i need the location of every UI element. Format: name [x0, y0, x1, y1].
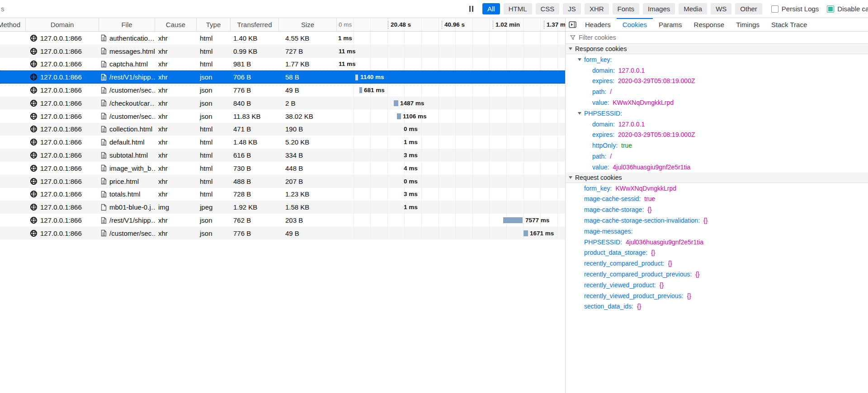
column-header-type[interactable]: Type — [197, 18, 231, 31]
column-header-cause[interactable]: Cause — [155, 18, 197, 31]
column-header-domain[interactable]: Domain — [26, 18, 99, 31]
table-row[interactable]: 127.0.0.1:866 mb01-blue-0.j… img jpeg 1.… — [0, 201, 565, 214]
cookie-value: 127.0.0.1 — [618, 121, 645, 128]
cell-domain: 127.0.0.1:866 — [26, 188, 99, 201]
table-row[interactable]: 127.0.0.1:866 default.html xhr html 1.48… — [0, 136, 565, 149]
cookie-filter-input[interactable] — [579, 34, 868, 41]
cell-type: html — [197, 149, 231, 162]
filter-pill-js[interactable]: JS — [563, 3, 581, 14]
table-row[interactable]: 127.0.0.1:866 image_with_b… xhr html 730… — [0, 162, 565, 175]
request-cookie[interactable]: PHPSESSID:4jul036huasgiu9gnf2e5r1tia — [566, 237, 868, 248]
cell-method — [0, 110, 26, 123]
cookie-property[interactable]: path:/ — [566, 86, 868, 97]
table-row[interactable]: 127.0.0.1:866 /rest/V1/shipp… xhr json 7… — [0, 214, 565, 227]
table-row[interactable]: 127.0.0.1:866 /customer/sec… xhr json 11… — [0, 110, 565, 123]
column-header-transferred[interactable]: Transferred — [231, 18, 279, 31]
request-cookie[interactable]: recently_compared_product:{} — [566, 258, 868, 269]
persist-logs-checkbox[interactable] — [771, 5, 778, 13]
request-cookie[interactable]: recently_viewed_product_previous:{} — [566, 290, 868, 301]
column-header-size[interactable]: Size — [279, 18, 337, 31]
table-row[interactable]: 127.0.0.1:866 totals.html xhr html 728 B… — [0, 188, 565, 201]
cookie-key: value: — [592, 164, 609, 171]
collapse-arrow-icon[interactable] — [569, 47, 572, 50]
cookie-property[interactable]: domain:127.0.0.1 — [566, 65, 868, 76]
persist-logs-toggle[interactable]: Persist Logs — [771, 5, 819, 13]
table-row[interactable]: 127.0.0.1:866 /customer/sec… xhr json 77… — [0, 227, 565, 240]
column-header-waterfall[interactable]: 0 ms 20.48 s40.96 s1.02 min1.37 m — [337, 18, 565, 31]
tab-stack-trace[interactable]: Stack Trace — [765, 18, 813, 31]
request-cookie[interactable]: mage-cache-storage:{} — [566, 204, 868, 215]
column-header-file[interactable]: File — [99, 18, 155, 31]
tab-timings[interactable]: Timings — [730, 18, 765, 31]
cookie-key: expires: — [592, 77, 614, 84]
split-panel-toggle-button[interactable] — [566, 18, 579, 31]
request-cookie[interactable]: mage-messages: — [566, 226, 868, 237]
filter-pill-all[interactable]: All — [482, 3, 500, 14]
cell-file: authenticatio… — [99, 32, 155, 45]
cell-method — [0, 214, 26, 227]
waterfall-time-label: 1 ms — [404, 201, 418, 214]
request-cookie[interactable]: mage-cache-storage-section-invalidation:… — [566, 215, 868, 226]
request-cookie[interactable]: form_key:KWwXNqDvngkkLrpd — [566, 183, 868, 194]
response-cookie-name[interactable]: PHPSESSID: — [566, 108, 868, 119]
filter-pill-html[interactable]: HTML — [504, 3, 532, 14]
filter-pill-images[interactable]: Images — [643, 3, 675, 14]
cookie-property[interactable]: domain:127.0.0.1 — [566, 119, 868, 130]
tab-response[interactable]: Response — [688, 18, 731, 31]
collapse-arrow-icon[interactable] — [578, 112, 581, 115]
request-cookies-header[interactable]: Request cookies — [566, 173, 868, 183]
filter-pill-css[interactable]: CSS — [536, 3, 560, 14]
table-row[interactable]: 127.0.0.1:866 messages.html xhr html 0.9… — [0, 45, 565, 58]
table-row[interactable]: 127.0.0.1:866 captcha.html xhr html 981 … — [0, 58, 565, 71]
cookie-property[interactable]: httpOnly:true — [566, 140, 868, 151]
cookie-property[interactable]: value:4jul036huasgiu9gnf2e5r1tia — [566, 162, 868, 173]
cell-size: 203 B — [279, 214, 337, 227]
cookie-filter-row — [566, 32, 868, 44]
table-row[interactable]: 127.0.0.1:866 authenticatio… xhr html 1.… — [0, 32, 565, 45]
table-row[interactable]: 127.0.0.1:866 subtotal.html xhr html 616… — [0, 149, 565, 162]
collapse-arrow-icon[interactable] — [578, 58, 581, 61]
document-icon — [101, 61, 107, 68]
response-cookies-header[interactable]: Response cookies — [566, 44, 868, 54]
cell-cause: xhr — [155, 149, 197, 162]
request-cookie[interactable]: recently_compared_product_previous:{} — [566, 269, 868, 280]
filter-pill-media[interactable]: Media — [679, 3, 707, 14]
cookie-property[interactable]: value:KWwXNqDvngkkLrpd — [566, 97, 868, 108]
globe-icon — [30, 47, 38, 55]
waterfall-time-label: 3 ms — [404, 149, 418, 162]
table-row[interactable]: 127.0.0.1:866 price.html xhr html 488 B … — [0, 175, 565, 188]
cell-transferred: 730 B — [231, 162, 279, 175]
cookie-property[interactable]: expires:2020-03-29T05:08:19.000Z — [566, 76, 868, 87]
table-row-selected[interactable]: 127.0.0.1:866 /rest/V1/shipp… xhr json 7… — [0, 70, 565, 84]
request-cookie[interactable]: recently_viewed_product:{} — [566, 280, 868, 290]
collapse-arrow-icon[interactable] — [569, 176, 572, 179]
tab-cookies[interactable]: Cookies — [617, 18, 653, 31]
table-row[interactable]: 127.0.0.1:866 /checkout/car… xhr json 84… — [0, 97, 565, 110]
request-cookie[interactable]: section_data_ids:{} — [566, 301, 868, 312]
cookie-key: section_data_ids: — [584, 303, 633, 310]
response-cookie-name[interactable]: form_key: — [566, 54, 868, 65]
filter-pill-other[interactable]: Other — [735, 3, 762, 14]
cell-file: /customer/sec… — [99, 227, 155, 240]
cell-method — [0, 175, 26, 188]
tab-headers[interactable]: Headers — [579, 18, 617, 31]
table-row[interactable]: 127.0.0.1:866 collection.html xhr html 4… — [0, 123, 565, 136]
cookie-value: {} — [703, 217, 708, 224]
request-cookie[interactable]: mage-cache-sessid:true — [566, 194, 868, 205]
filter-pill-ws[interactable]: WS — [711, 3, 731, 14]
disable-cache-checkbox[interactable] — [827, 5, 834, 13]
cookie-property[interactable]: path:/ — [566, 151, 868, 162]
cell-domain: 127.0.0.1:866 — [26, 201, 99, 214]
request-cookie[interactable]: product_data_storage:{} — [566, 248, 868, 258]
column-header-method[interactable]: Method — [0, 18, 26, 31]
cookie-key: recently_viewed_product_previous: — [584, 292, 683, 299]
filter-pill-xhr[interactable]: XHR — [585, 3, 609, 14]
cell-transferred: 0.99 KB — [231, 45, 279, 58]
filter-pill-fonts[interactable]: Fonts — [613, 3, 640, 14]
cookie-property[interactable]: expires:2020-03-29T05:08:19.000Z — [566, 130, 868, 140]
disable-cache-toggle[interactable]: Disable cache — [827, 5, 868, 13]
table-row[interactable]: 127.0.0.1:866 /customer/sec… xhr json 77… — [0, 84, 565, 97]
pause-button[interactable] — [469, 4, 473, 14]
document-icon — [101, 217, 107, 224]
tab-params[interactable]: Params — [653, 18, 688, 31]
